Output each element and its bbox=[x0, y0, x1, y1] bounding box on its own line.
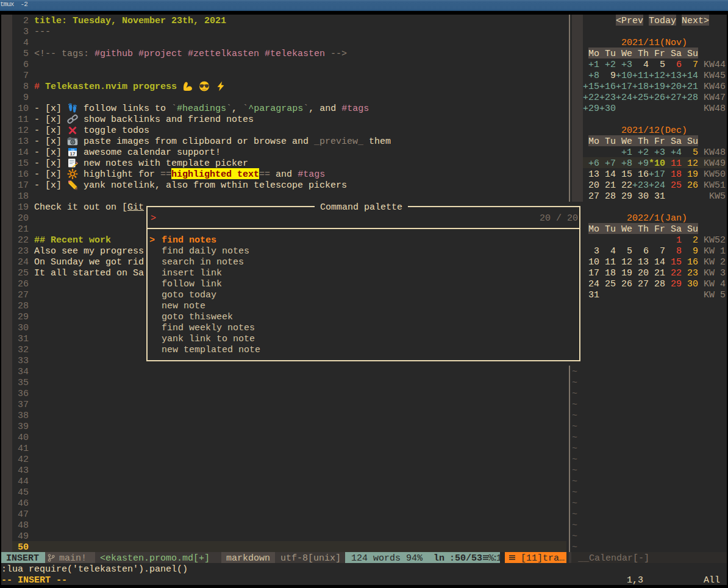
svg-text:17: 17 bbox=[70, 151, 76, 157]
